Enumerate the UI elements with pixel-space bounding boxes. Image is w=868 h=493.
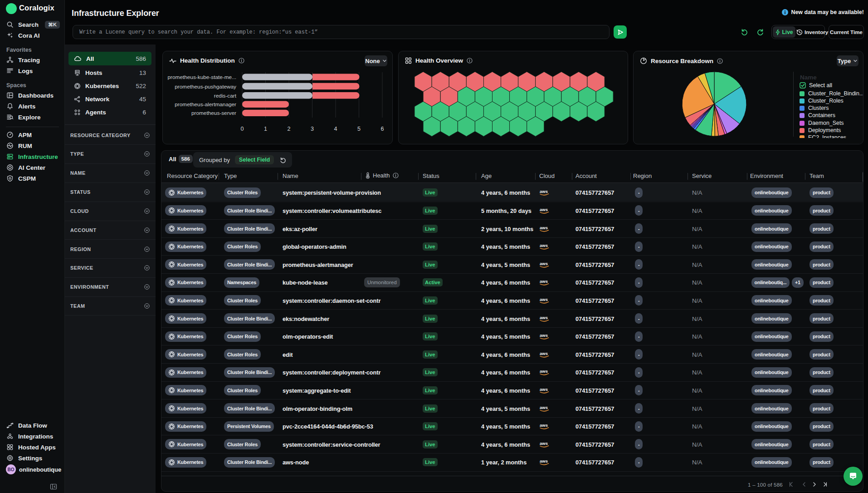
svg-text:aws: aws: [540, 458, 548, 463]
svg-text:aws: aws: [540, 369, 548, 374]
svg-text:aws: aws: [540, 441, 548, 446]
svg-text:aws: aws: [540, 261, 548, 266]
svg-text:aws: aws: [540, 243, 548, 248]
svg-text:aws: aws: [540, 387, 548, 392]
svg-text:prometheus-alertmanager: prometheus-alertmanager: [175, 101, 236, 108]
svg-text:aws: aws: [540, 207, 548, 212]
svg-text:aws: aws: [540, 297, 548, 302]
svg-text:3: 3: [311, 126, 314, 132]
svg-text:4: 4: [334, 126, 337, 132]
svg-text:aws: aws: [540, 315, 548, 320]
svg-text:6: 6: [380, 126, 384, 132]
svg-text:aws: aws: [540, 225, 548, 230]
svg-text:aws: aws: [540, 279, 548, 284]
svg-text:prometheus-kube-state-me...: prometheus-kube-state-me...: [168, 74, 236, 80]
svg-text:prometheus-pushgateway: prometheus-pushgateway: [175, 84, 236, 90]
svg-text:1: 1: [264, 126, 267, 132]
svg-text:2: 2: [287, 126, 290, 132]
svg-text:0: 0: [240, 126, 244, 132]
svg-text:aws: aws: [540, 405, 548, 410]
svg-text:prometheus-server: prometheus-server: [191, 110, 236, 116]
svg-text:aws: aws: [540, 189, 548, 194]
svg-text:5: 5: [357, 126, 361, 132]
svg-text:aws: aws: [540, 351, 548, 356]
svg-text:aws: aws: [540, 333, 548, 338]
svg-text:aws: aws: [540, 423, 548, 428]
svg-text:redis-cart: redis-cart: [214, 93, 237, 99]
